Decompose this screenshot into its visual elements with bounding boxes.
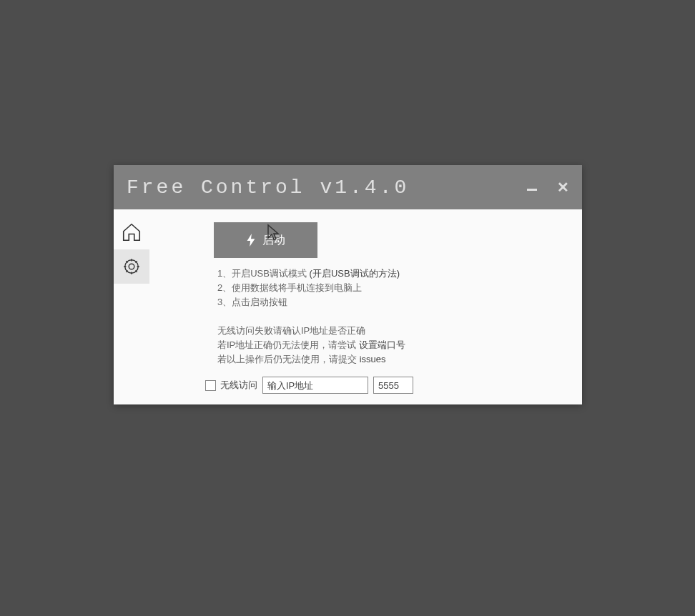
wireless-checkbox-label: 无线访问 [220, 379, 257, 392]
port-input[interactable] [373, 377, 413, 394]
issues-link[interactable]: issues [360, 354, 386, 364]
gear-icon [122, 257, 141, 276]
window-controls: ✕ [527, 180, 569, 194]
instruction-line-1: 1、开启USB调试模式 (开启USB调试的方法) [217, 267, 568, 281]
sidebar-item-home[interactable] [114, 215, 149, 249]
content-area: 启动 1、开启USB调试模式 (开启USB调试的方法) 2、使用数据线将手机连接… [114, 209, 582, 404]
info-line-1: 无线访问失败请确认IP地址是否正确 [217, 324, 568, 338]
wireless-checkbox-wrapper[interactable]: 无线访问 [205, 379, 257, 392]
info-line-2: 若IP地址正确仍无法使用，请尝试 设置端口号 [217, 338, 568, 352]
bolt-icon [247, 234, 255, 247]
minimize-button[interactable] [527, 189, 537, 191]
svg-point-0 [129, 264, 134, 269]
sidebar [114, 209, 149, 404]
app-window: Free Control v1.4.0 ✕ [114, 165, 582, 404]
start-button[interactable]: 启动 [214, 222, 317, 258]
instructions-block: 1、开启USB调试模式 (开启USB调试的方法) 2、使用数据线将手机连接到电脑… [217, 267, 568, 309]
instruction-line-2: 2、使用数据线将手机连接到电脑上 [217, 281, 568, 295]
close-button[interactable]: ✕ [557, 180, 569, 194]
titlebar[interactable]: Free Control v1.4.0 ✕ [114, 165, 582, 209]
home-icon [121, 222, 142, 243]
ip-address-input[interactable] [262, 377, 368, 394]
set-port-link[interactable]: 设置端口号 [359, 339, 405, 350]
usb-debug-link[interactable]: (开启USB调试的方法) [310, 268, 400, 279]
info-block: 无线访问失败请确认IP地址是否正确 若IP地址正确仍无法使用，请尝试 设置端口号… [217, 324, 568, 367]
wireless-checkbox[interactable] [205, 380, 216, 391]
main-panel: 启动 1、开启USB调试模式 (开启USB调试的方法) 2、使用数据线将手机连接… [149, 209, 582, 404]
info-line-3: 若以上操作后仍无法使用，请提交 issues [217, 352, 568, 367]
wireless-form-row: 无线访问 [205, 377, 568, 394]
svg-point-1 [125, 260, 138, 273]
app-title: Free Control v1.4.0 [127, 177, 409, 199]
start-button-label: 启动 [262, 233, 285, 248]
sidebar-item-settings[interactable] [114, 249, 149, 284]
instruction-line-3: 3、点击启动按钮 [217, 295, 568, 309]
